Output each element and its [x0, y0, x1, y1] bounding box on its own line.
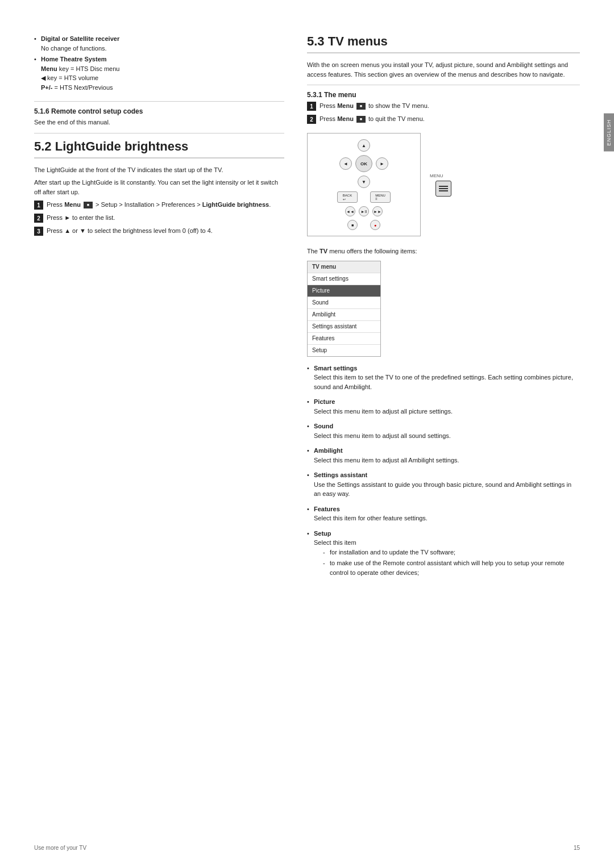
remote-btn-ok: OK — [355, 155, 372, 172]
desc-sound: Sound Select this menu item to adjust al… — [307, 422, 580, 440]
device-satellite-title: Digital or Satellite receiver — [41, 35, 119, 42]
desc-ambilight-text: Select this menu item to adjust all Ambi… — [314, 457, 459, 464]
remote-row-1: ▲ — [345, 139, 383, 152]
desc-smart-settings: Smart settings Select this item to set t… — [307, 364, 580, 392]
separator-3 — [307, 85, 580, 85]
hts-line1: Menu key = HTS Disc menu — [41, 65, 119, 72]
hts-line3: P+/- = HTS Next/Previous — [41, 84, 113, 91]
device-item-satellite: Digital or Satellite receiver No change … — [34, 34, 284, 53]
side-tab: ENGLISH — [604, 114, 614, 152]
remote-btn-ff: ►► — [372, 206, 383, 216]
menu-label: MENU — [430, 173, 451, 178]
step-3: 3 Press ▲ or ▼ to select the brightness … — [34, 226, 284, 236]
page: ENGLISH Digital or Satellite receiver No… — [0, 0, 614, 868]
desc-smart-text: Select this item to set the TV to one of… — [314, 374, 573, 390]
desc-features: Features Select this item for other feat… — [307, 504, 580, 523]
tv-menu-row-smart: Smart settings — [308, 273, 380, 285]
step-531-1: 1 Press Menu ■ to show the TV menu. — [307, 101, 580, 111]
desc-features-text: Select this item for other feature setti… — [314, 515, 428, 521]
remote-btn-right: ► — [376, 157, 388, 170]
step-531-2-num: 2 — [307, 115, 316, 124]
desc-sound-text: Select this menu item to adjust all soun… — [314, 432, 451, 439]
desc-picture-title: Picture — [314, 398, 335, 405]
hts-line2: ◀ key = HTS volume — [41, 74, 98, 81]
menu-button-aside: MENU — [430, 173, 451, 197]
section-516-text: See the end of this manual. — [34, 118, 284, 127]
dash-item-1: for installation and to update the TV so… — [323, 548, 580, 557]
section-53-para: With the on screen menus you install you… — [307, 60, 580, 79]
tv-menu-row-header: TV menu — [308, 261, 380, 273]
section-52-para2: After start up the LightGuide is lit con… — [34, 178, 284, 197]
desc-setup-title: Setup — [314, 530, 331, 537]
menu-icon-2: ■ — [356, 103, 366, 110]
step-3-content: Press ▲ or ▼ to select the brightness le… — [47, 226, 284, 236]
section-531-title: 5.3.1 The menu — [307, 91, 580, 99]
desc-ambilight-title: Ambilight — [314, 447, 343, 454]
step-2-num: 2 — [34, 214, 43, 223]
footer: Use more of your TV 15 — [34, 845, 580, 851]
tv-menu-row-sound: Sound — [308, 297, 380, 309]
remote-btn-record: ● — [370, 220, 380, 230]
section-516-title: 5.1.6 Remote control setup codes — [34, 107, 284, 115]
step-1-content: Press Menu ■ > Setup > Installation > Pr… — [47, 200, 284, 210]
footer-left: Use more of your TV — [34, 845, 86, 851]
tv-menu-caption: The TV menu offers the following items: — [307, 247, 580, 256]
remote-container: ▲ ◄ OK ► ▼ — [307, 127, 580, 242]
svg-rect-1 — [439, 188, 448, 189]
step-531-1-num: 1 — [307, 102, 316, 111]
desc-setup: Setup Select this item for installation … — [307, 529, 580, 578]
step-3-num: 3 — [34, 227, 43, 236]
remote-btn-down: ▼ — [358, 176, 370, 188]
remote-inner: ▲ ◄ OK ► ▼ — [313, 139, 414, 230]
remote-row-6: ■ ● — [347, 220, 380, 230]
step-531-1-content: Press Menu ■ to show the TV menu. — [320, 101, 580, 111]
desc-settings-assistant-text: Use the Settings assistant to guide you … — [314, 481, 571, 498]
dash-item-2: to make use of the Remote control assist… — [323, 558, 580, 577]
desc-settings-assistant: Settings assistant Use the Settings assi… — [307, 470, 580, 499]
remote-btn-rewind: ◄◄ — [345, 206, 355, 216]
section-53-title: 5.3 TV menus — [307, 34, 580, 53]
tv-menu-row-features: Features — [308, 333, 380, 345]
top-section: Digital or Satellite receiver No change … — [34, 34, 284, 92]
remote-diagram: ▲ ◄ OK ► ▼ — [307, 133, 421, 236]
left-column: Digital or Satellite receiver No change … — [34, 34, 284, 583]
section-531: 5.3.1 The menu 1 Press Menu ■ to show th… — [307, 91, 580, 577]
desc-setup-text: Select this item — [314, 539, 356, 546]
section-52-title: 5.2 LightGuide brightness — [34, 139, 284, 158]
remote-btn-playpause: ►II — [359, 206, 369, 216]
remote-row-2: ◄ OK ► — [339, 155, 388, 172]
device-item-hts: Home Theatre System Menu key = HTS Disc … — [34, 55, 284, 92]
desc-features-title: Features — [314, 506, 340, 512]
desc-picture: Picture Select this menu item to adjust … — [307, 397, 580, 416]
device-satellite-text: No change of functions. — [41, 45, 107, 52]
step-1-num: 1 — [34, 201, 43, 210]
svg-rect-0 — [439, 186, 448, 187]
menu-descriptions: Smart settings Select this item to set t… — [307, 364, 580, 578]
desc-sound-title: Sound — [314, 423, 333, 429]
tv-menu-row-settings-assistant: Settings assistant — [308, 321, 380, 333]
section-53: 5.3 TV menus With the on screen menus yo… — [307, 34, 580, 79]
desc-settings-assistant-title: Settings assistant — [314, 471, 367, 478]
remote-row-3: ▼ — [345, 176, 383, 188]
separator-2 — [34, 133, 284, 133]
tv-menu-row-picture: Picture — [308, 285, 380, 297]
step-531-2: 2 Press Menu ■ to quit the TV menu. — [307, 114, 580, 124]
remote-menu-icon — [435, 181, 451, 197]
right-column: 5.3 TV menus With the on screen menus yo… — [307, 34, 580, 583]
menu-icon-1: ■ — [84, 202, 93, 208]
tv-menu-row-ambilight: Ambilight — [308, 309, 380, 321]
remote-btn-up: ▲ — [358, 139, 370, 152]
remote-btn-back: BACK↩ — [337, 191, 358, 203]
remote-btn-left: ◄ — [339, 157, 352, 170]
tv-menu-table: TV menu Smart settings Picture Sound Amb… — [307, 261, 381, 357]
svg-rect-2 — [439, 190, 448, 191]
step-2: 2 Press ► to enter the list. — [34, 213, 284, 223]
desc-setup-dash-list: for installation and to update the TV so… — [314, 548, 580, 578]
step-2-content: Press ► to enter the list. — [47, 213, 284, 223]
separator-1 — [34, 101, 284, 102]
device-hts-title: Home Theatre System — [41, 56, 107, 62]
desc-ambilight: Ambilight Select this menu item to adjus… — [307, 446, 580, 465]
footer-right: 15 — [574, 845, 580, 851]
menu-svg-icon — [438, 184, 449, 193]
section-516: 5.1.6 Remote control setup codes See the… — [34, 107, 284, 127]
